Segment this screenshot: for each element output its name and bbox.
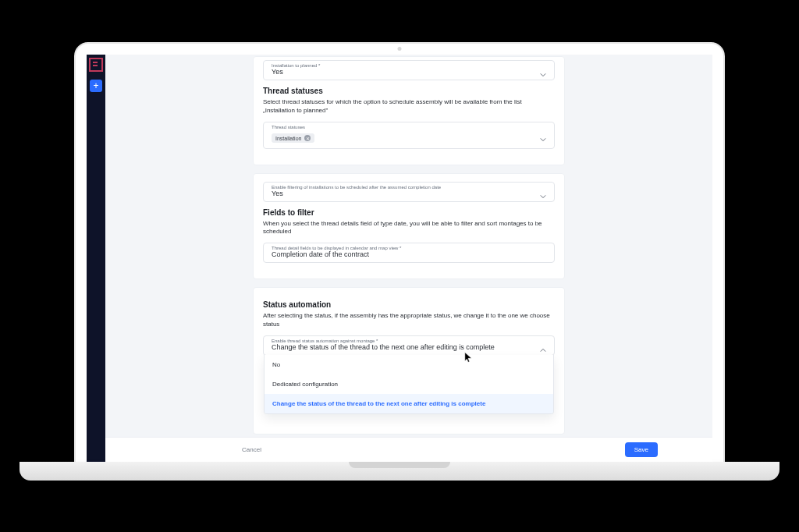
card-status-automation: Status automation After selecting the st…	[253, 287, 565, 434]
add-button[interactable]: +	[90, 80, 102, 92]
select-enable-thread-status-automation[interactable]: Enable thread status automation against …	[263, 335, 555, 356]
dropdown-option-no[interactable]: No	[265, 355, 553, 374]
card-installation-planned: Installation to planned * Yes Thread sta…	[253, 56, 565, 165]
plus-icon: +	[93, 81, 98, 90]
chip-remove-icon[interactable]: ✕	[304, 135, 311, 141]
chip-installation[interactable]: Installation ✕	[272, 133, 314, 143]
chip-label: Installation	[275, 136, 301, 141]
field-label: Thread statuses	[272, 125, 546, 129]
cancel-button[interactable]: Cancel	[242, 446, 261, 453]
app-sidebar: +	[87, 55, 105, 462]
section-title-fields-to-filter: Fields to filter	[263, 208, 555, 217]
field-value: Completion date of the contract	[272, 250, 546, 258]
chevron-down-icon	[540, 189, 546, 195]
section-desc-status-automation: After selecting the status, if the assem…	[263, 312, 555, 329]
dropdown-option-change-status[interactable]: Change the status of the thread to the n…	[265, 394, 553, 413]
app-screen: + Installation to planned * Yes Thread s…	[87, 55, 712, 462]
section-title-thread-statuses: Thread statuses	[263, 87, 555, 95]
field-value: Change the status of the thread to the n…	[272, 343, 546, 351]
field-value: Yes	[272, 190, 546, 197]
content-area: Installation to planned * Yes Thread sta…	[105, 55, 712, 462]
section-desc-thread-statuses: Select thread statuses for which the opt…	[263, 98, 555, 115]
card-fields-to-filter: Enable filtering of installations to be …	[253, 173, 565, 280]
laptop-base	[20, 462, 779, 481]
input-thread-detail-fields[interactable]: Thread detail fields to be displayed in …	[263, 243, 555, 263]
chevron-up-icon	[540, 342, 546, 349]
webcam-dot	[398, 47, 402, 51]
footer-bar: Cancel Save	[105, 437, 712, 462]
app-logo-icon	[89, 58, 103, 72]
multiselect-thread-statuses[interactable]: Thread statuses Installation ✕	[263, 122, 555, 149]
select-installation-to-planned[interactable]: Installation to planned * Yes	[263, 60, 555, 80]
chevron-down-icon	[540, 132, 546, 138]
section-desc-fields-to-filter: When you select the thread details field…	[263, 220, 555, 237]
dropdown-panel-status-automation: No Dedicated configuration Change the st…	[264, 355, 554, 414]
save-button[interactable]: Save	[625, 442, 658, 457]
select-enable-filtering[interactable]: Enable filtering of installations to be …	[263, 182, 555, 202]
section-title-status-automation: Status automation	[263, 300, 555, 309]
dropdown-option-dedicated[interactable]: Dedicated configuration	[265, 374, 553, 394]
chevron-down-icon	[540, 67, 546, 73]
laptop-frame: + Installation to planned * Yes Thread s…	[74, 42, 725, 463]
field-value: Yes	[272, 68, 546, 76]
